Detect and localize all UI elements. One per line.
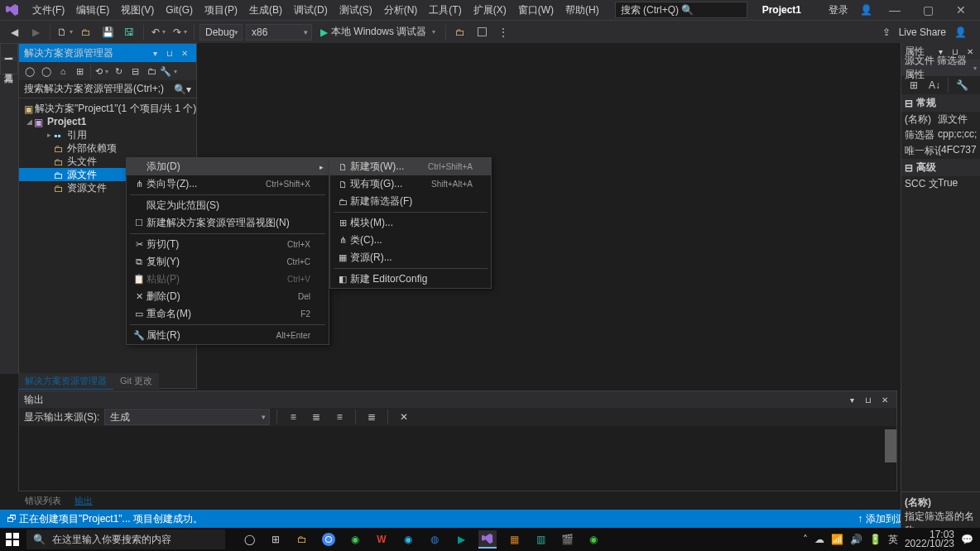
tab-solution-explorer[interactable]: 解决方案资源管理器	[18, 373, 113, 390]
out-ex-icon[interactable]: ✕	[395, 408, 413, 426]
sol-fwd-icon[interactable]: ◯	[39, 64, 54, 79]
media-icon[interactable]: ▶	[452, 530, 470, 549]
save-button[interactable]: 💾	[98, 23, 117, 41]
prop-row[interactable]: SCC 文True	[901, 176, 980, 192]
edge-icon[interactable]: ◉	[399, 530, 417, 549]
liveshare-icon[interactable]: ⇪	[882, 26, 891, 38]
tab-output[interactable]: 输出	[68, 493, 99, 510]
prop-row[interactable]: 筛选器cpp;c;cc;cx	[901, 127, 980, 143]
tool-file-icon[interactable]: 🞎	[473, 23, 491, 41]
vtab-toolbox[interactable]: 工具箱	[0, 60, 18, 74]
menu-help[interactable]: 帮助(H)	[560, 0, 605, 20]
properties-subject[interactable]: 源文件 筛选器属性▾	[901, 60, 980, 76]
tray-chevron-icon[interactable]: ˄	[803, 534, 808, 545]
sol-props-icon[interactable]: 🔧▾	[161, 64, 175, 79]
user-icon[interactable]: 👤	[860, 4, 872, 16]
ctx-item[interactable]: 添加(D)▸	[127, 158, 329, 175]
sol-collapse-icon[interactable]: ⊟	[127, 64, 142, 79]
menu-window[interactable]: 窗口(W)	[512, 0, 560, 20]
panel-close-icon[interactable]: ✕	[178, 49, 191, 58]
ctx-item[interactable]: 限定为此范围(S)	[127, 197, 329, 214]
ctx-item[interactable]: 🗋现有项(G)...Shift+Alt+A	[330, 175, 491, 193]
ctx-item[interactable]: 📋粘贴(P)Ctrl+V	[127, 271, 329, 288]
undo-button[interactable]: ↶▾	[149, 23, 167, 41]
sol-showall-icon[interactable]: 🗀	[144, 64, 159, 79]
tray-wifi-icon[interactable]: 📶	[831, 534, 843, 545]
chrome-icon[interactable]	[319, 530, 338, 549]
quick-search-input[interactable]: 搜索 (Ctrl+Q) 🔍	[615, 2, 747, 18]
panel-pin-icon[interactable]: ⊔	[862, 395, 875, 405]
menu-test[interactable]: 测试(S)	[334, 0, 378, 20]
out-wrap-icon[interactable]: ≣	[307, 408, 325, 426]
menu-build[interactable]: 生成(B)	[243, 0, 288, 20]
tool-folder-icon[interactable]: 🗀	[451, 23, 469, 41]
ctx-item[interactable]: ⋔类向导(Z)...Ctrl+Shift+X	[127, 175, 329, 193]
login-link[interactable]: 登录	[829, 3, 848, 17]
liveshare-label[interactable]: Live Share	[899, 26, 946, 38]
sol-refresh-icon[interactable]: ↻	[111, 64, 126, 79]
out-toggle-icon[interactable]: ≡	[330, 408, 348, 426]
menu-file[interactable]: 文件(F)	[26, 0, 70, 20]
ctx-item[interactable]: ✕删除(D)Del	[127, 288, 329, 305]
panel-dropdown-icon[interactable]: ▾	[148, 49, 161, 58]
tray-vol-icon[interactable]: 🔊	[850, 534, 862, 545]
tray-ime[interactable]: 英	[888, 533, 898, 547]
nav-back[interactable]: ◀	[5, 23, 23, 41]
start-button[interactable]	[0, 528, 25, 551]
prop-cat-general[interactable]: ⊟常规	[901, 94, 980, 112]
prop-row[interactable]: (名称)源文件	[901, 112, 980, 127]
menu-view[interactable]: 视图(V)	[115, 0, 160, 20]
maximize-button[interactable]: ▢	[917, 3, 939, 17]
tree-solution[interactable]: ▣解决方案"Project1"(1 个项目/共 1 个)	[19, 102, 196, 115]
nav-fwd[interactable]: ▶	[26, 23, 45, 41]
run-button[interactable]: ▶本地 Windows 调试器▾	[315, 25, 440, 39]
open-button[interactable]: 🗀	[77, 23, 95, 41]
props-az-icon[interactable]: A↓	[925, 76, 944, 94]
feedback-icon[interactable]: 👤	[954, 26, 967, 38]
panel-close-icon[interactable]: ✕	[878, 395, 891, 405]
ctx-item[interactable]: 🔧属性(R)Alt+Enter	[127, 327, 329, 344]
menu-tools[interactable]: 工具(T)	[423, 0, 467, 20]
ctx-item[interactable]: ⧉复制(Y)Ctrl+C	[127, 253, 329, 271]
redo-button[interactable]: ↷▾	[171, 23, 189, 41]
ctx-item[interactable]: ⋔类(C)...	[330, 232, 491, 249]
ctx-item[interactable]: ⊞模块(M)...	[330, 214, 491, 232]
explorer-icon[interactable]: 🗀	[293, 530, 311, 549]
ctx-item[interactable]: 🗀新建筛选器(F)	[330, 193, 491, 210]
ctx-item[interactable]: ✂剪切(T)Ctrl+X	[127, 236, 329, 253]
tree-references[interactable]: ▸▪▪引用	[19, 128, 196, 141]
solution-search[interactable]: 搜索解决方案资源管理器(Ctrl+;)🔍▾	[19, 80, 196, 98]
config-combo[interactable]: Debug	[199, 24, 243, 41]
out-list-icon[interactable]: ≣	[363, 408, 381, 426]
prop-cat-advanced[interactable]: ⊟高级	[901, 159, 980, 176]
wps-icon[interactable]: W	[372, 530, 391, 549]
prop-row[interactable]: 唯一标识{4FC737F1	[901, 143, 980, 159]
sol-switch-icon[interactable]: ⊞	[72, 64, 87, 79]
minimize-button[interactable]: —	[884, 3, 906, 17]
save-all-button[interactable]: 🖫	[120, 23, 138, 41]
close-button[interactable]: ✕	[950, 3, 972, 17]
sol-sync-icon[interactable]: ⟲▾	[94, 64, 109, 79]
ctx-item[interactable]: ◧新建 EditorConfig	[330, 271, 491, 288]
ctx-item[interactable]: ☐新建解决方案资源管理器视图(N)	[127, 214, 329, 232]
tray-bat-icon[interactable]: 🔋	[869, 534, 882, 545]
props-cat-icon[interactable]: ⊞	[905, 76, 923, 94]
vtab-server[interactable]: 服务器资源管理器	[0, 43, 18, 58]
ctx-item[interactable]: ▦资源(R)...	[330, 249, 491, 266]
sol-home-icon[interactable]: ⌂	[55, 64, 70, 79]
tree-project[interactable]: ◢▣Project1	[19, 115, 196, 128]
weather-icon[interactable]: ◍	[425, 530, 444, 549]
app3-icon[interactable]: 🎬	[558, 530, 576, 549]
new-file-button[interactable]: 🗋▾	[55, 23, 74, 41]
tree-external[interactable]: 🗀外部依赖项	[19, 141, 196, 155]
menu-git[interactable]: Git(G)	[160, 0, 199, 20]
vs-icon[interactable]	[478, 530, 497, 549]
ctx-item[interactable]: ▭重命名(M)F2	[127, 305, 329, 323]
tray-clock[interactable]: 17:032022/10/23	[905, 530, 954, 549]
output-source-combo[interactable]: 生成	[104, 409, 270, 425]
panel-pin-icon[interactable]: ⊔	[163, 49, 176, 58]
cortana-icon[interactable]: ⊞	[267, 530, 285, 549]
menu-project[interactable]: 项目(P)	[199, 0, 243, 20]
app4-icon[interactable]: ◉	[584, 530, 603, 549]
tab-error-list[interactable]: 错误列表	[18, 493, 68, 510]
